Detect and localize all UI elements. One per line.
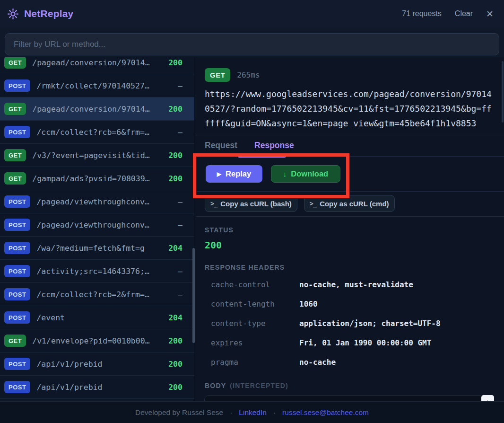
request-url: /event xyxy=(36,313,168,322)
request-url: /v1/envelope?pid=0010b00… xyxy=(32,336,168,345)
status-section-label: STATUS xyxy=(205,226,234,234)
download-arrow-icon: ↓ xyxy=(283,170,287,178)
method-badge: POST xyxy=(4,381,30,393)
response-headers-label: RESPONSE HEADERS xyxy=(205,264,285,271)
clear-button[interactable]: Clear xyxy=(455,9,473,18)
request-row[interactable]: POST /ccm/collect?rcb=6&frm=… — xyxy=(0,121,194,144)
copy-curl-bash-button[interactable]: >_ Copy as cURL (bash) xyxy=(205,195,297,212)
netreplay-app: NetReplay 71 requests Clear ✕ GET /pagea… xyxy=(0,0,504,423)
detail-method-badge: GET xyxy=(205,68,230,82)
status-code: — xyxy=(178,197,182,206)
status-value: 200 xyxy=(205,239,222,251)
filter-input[interactable] xyxy=(5,33,499,55)
detail-scrollbar-thumb[interactable] xyxy=(502,61,504,123)
copy-curl-cmd-button[interactable]: >_ Copy as cURL (cmd) xyxy=(304,195,395,212)
actions-divider xyxy=(196,191,504,192)
list-scrollbar-thumb[interactable] xyxy=(192,248,195,343)
request-url: /ccm/collect?rcb=2&frm=… xyxy=(36,290,178,299)
copy-row-divider xyxy=(196,216,504,217)
response-body-box[interactable] xyxy=(204,395,490,401)
terminal-icon: >_ xyxy=(210,200,217,207)
request-row[interactable]: POST /pagead/viewthroughconv… — xyxy=(0,213,194,237)
request-row[interactable]: GET /pagead/conversion/97014… 200 xyxy=(0,97,194,121)
header-key: cache-control xyxy=(211,280,299,289)
copy-curl-cmd-label: Copy as cURL (cmd) xyxy=(320,200,389,208)
status-code: 200 xyxy=(168,58,182,67)
play-icon: ▶ xyxy=(217,171,221,177)
header-key: content-length xyxy=(211,300,299,308)
header-value: no-cache, must-revalidate xyxy=(299,280,413,289)
status-code: — xyxy=(178,128,182,137)
request-url: /api/v1/prebid xyxy=(36,360,168,369)
request-row[interactable]: POST /api/v1/prebid 200 xyxy=(0,376,194,399)
status-code: — xyxy=(178,290,182,299)
app-logo: NetReplay xyxy=(7,8,74,20)
sunburst-logo-icon xyxy=(7,8,19,20)
tab-response[interactable]: Response xyxy=(249,141,300,150)
request-row[interactable]: POST /ccm/collect?rcb=2&frm=… — xyxy=(0,283,194,306)
email-link[interactable]: russel.sese@batchee.com xyxy=(282,408,369,417)
request-row[interactable]: POST /rmkt/collect/970140527… — xyxy=(0,74,194,97)
request-detail-panel: GET 265ms https://www.googleadservices.c… xyxy=(196,57,504,401)
status-code: — xyxy=(178,81,182,90)
method-badge: POST xyxy=(4,126,30,138)
request-row[interactable]: GET /v1/envelope?pid=0010b00… 200 xyxy=(0,329,194,352)
request-row[interactable]: POST /activity;src=14643376;… — xyxy=(0,260,194,283)
top-header-bar: NetReplay 71 requests Clear ✕ xyxy=(0,0,504,27)
linkedin-link[interactable]: LinkedIn xyxy=(239,408,267,417)
replay-button-label: Replay xyxy=(226,169,251,178)
footer: Developed by Russel Sese · LinkedIn · ru… xyxy=(0,401,504,423)
method-badge: GET xyxy=(4,103,26,115)
tab-request[interactable]: Request xyxy=(205,141,237,150)
request-list: GET /pagead/conversion/97014… 200 POST /… xyxy=(0,57,195,401)
status-code: 200 xyxy=(168,360,182,369)
request-row[interactable]: POST /pagead/viewthroughconv… — xyxy=(0,190,194,213)
copy-curl-bash-label: Copy as cURL (bash) xyxy=(220,200,292,208)
download-button[interactable]: ↓ Download xyxy=(271,165,340,183)
active-tab-underline xyxy=(238,155,286,158)
request-url: /pagead/conversion/97014… xyxy=(32,58,168,67)
replay-button[interactable]: ▶ Replay xyxy=(206,165,262,183)
status-code: 200 xyxy=(168,174,182,183)
request-row[interactable]: GET /v3/?event=pagevisit&tid… 200 xyxy=(0,144,194,167)
request-url: /pagead/viewthroughconv… xyxy=(36,197,178,206)
status-code: — xyxy=(178,267,182,276)
close-icon[interactable]: ✕ xyxy=(486,9,494,18)
request-row[interactable]: GET /gampad/ads?pvsid=708039… 200 xyxy=(0,167,194,190)
body-intercepted-label: (INTERCEPTED) xyxy=(230,382,288,389)
detail-tabs: Request Response xyxy=(205,135,300,156)
status-code: 204 xyxy=(168,244,182,253)
request-row[interactable]: POST /wa/?medium=fetch&fmt=g 204 xyxy=(0,237,194,260)
method-badge: POST xyxy=(4,219,30,231)
status-code: 200 xyxy=(168,151,182,160)
method-badge: POST xyxy=(4,195,30,208)
header-value: 1060 xyxy=(299,300,318,308)
filter-bar xyxy=(0,27,504,57)
header-key: content-type xyxy=(211,319,299,328)
method-badge: POST xyxy=(4,288,30,300)
request-row[interactable]: GET /pagead/conversion/97014… 200 xyxy=(0,57,194,74)
request-row[interactable]: POST /event 204 xyxy=(0,306,194,329)
method-badge: GET xyxy=(4,172,26,185)
status-code: 200 xyxy=(168,336,182,345)
footer-separator: · xyxy=(273,408,276,417)
header-key: expires xyxy=(211,338,299,347)
response-header-row: expires Fri, 01 Jan 1990 00:00:00 GMT xyxy=(205,333,495,352)
request-url: /wa/?medium=fetch&fmt=g xyxy=(36,244,168,253)
app-title: NetReplay xyxy=(24,8,74,19)
request-duration: 265ms xyxy=(237,70,260,79)
method-badge: GET xyxy=(4,335,26,347)
body-section-label: BODY xyxy=(205,382,226,389)
request-row[interactable]: POST /api/v1/prebid 200 xyxy=(0,352,194,376)
response-header-row: pragma no-cache xyxy=(205,352,495,372)
response-header-row: content-type application/json; charset=U… xyxy=(205,314,495,333)
footer-credit: Developed by Russel Sese xyxy=(135,408,223,417)
request-url: /pagead/viewthroughconv… xyxy=(36,220,178,229)
request-count: 71 requests xyxy=(402,9,442,18)
response-header-row: content-length 1060 xyxy=(205,294,495,314)
method-badge: POST xyxy=(4,79,30,92)
request-url: /ccm/collect?rcb=6&frm=… xyxy=(36,128,178,137)
status-code: 204 xyxy=(168,313,182,322)
request-url: /gampad/ads?pvsid=708039… xyxy=(32,174,168,183)
method-badge: GET xyxy=(4,57,26,69)
